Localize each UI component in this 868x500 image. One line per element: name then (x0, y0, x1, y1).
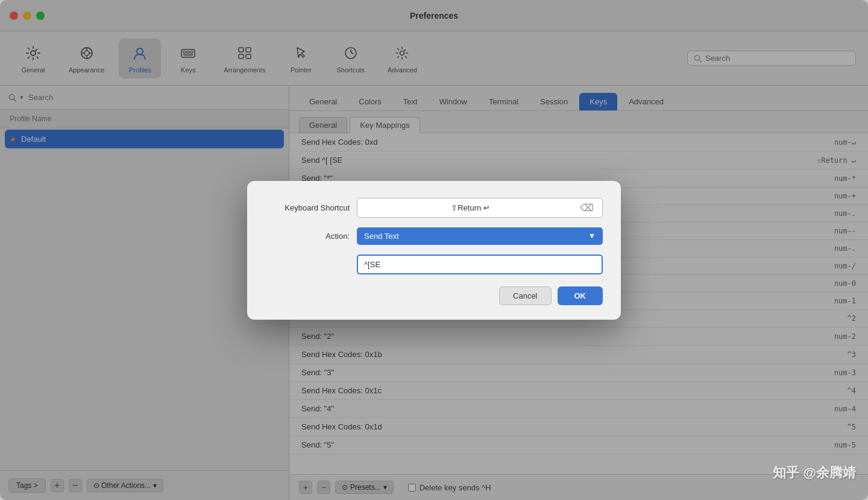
main-window: Preferences General (0, 0, 868, 500)
action-dropdown-arrow: ▼ (588, 232, 596, 240)
ok-button[interactable]: OK (558, 286, 603, 305)
keyboard-shortcut-label: Keyboard Shortcut (265, 203, 350, 212)
action-value: Send Text (364, 232, 399, 241)
action-label: Action: (265, 232, 350, 241)
text-input-field[interactable] (357, 255, 603, 274)
shortcut-value: ⇧Return ↵ (363, 203, 577, 212)
modal-buttons: Cancel OK (265, 286, 603, 305)
shortcut-field[interactable]: ⇧Return ↵ ⌫ (357, 198, 603, 218)
shortcut-row: Keyboard Shortcut ⇧Return ↵ ⌫ (265, 198, 603, 218)
action-row: Action: Send Text ▼ (265, 227, 603, 245)
clear-shortcut-button[interactable]: ⌫ (577, 202, 596, 214)
watermark: 知乎 @余腾靖 (773, 464, 856, 482)
modal-overlay: Keyboard Shortcut ⇧Return ↵ ⌫ Action: Se… (0, 0, 868, 500)
action-dropdown[interactable]: Send Text ▼ (357, 227, 603, 245)
cancel-button[interactable]: Cancel (499, 286, 551, 305)
text-input-row (265, 255, 603, 274)
modal-dialog: Keyboard Shortcut ⇧Return ↵ ⌫ Action: Se… (247, 181, 621, 320)
